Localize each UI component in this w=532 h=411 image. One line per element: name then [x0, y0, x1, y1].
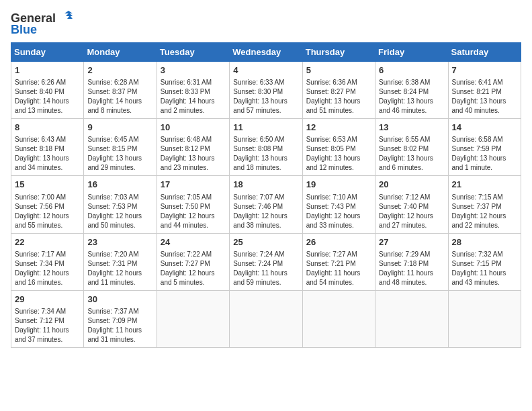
day-detail: Sunrise: 7:24 AMSunset: 7:24 PMDaylight:…	[233, 250, 298, 287]
week-row-1: 1Sunrise: 6:26 AMSunset: 8:40 PMDaylight…	[11, 62, 521, 119]
day-cell: 17Sunrise: 7:05 AMSunset: 7:50 PMDayligh…	[157, 176, 229, 233]
svg-marker-0	[64, 11, 73, 13]
header-day-wednesday: Wednesday	[230, 43, 302, 62]
day-number: 11	[233, 122, 298, 134]
day-cell: 22Sunrise: 7:17 AMSunset: 7:34 PMDayligh…	[11, 233, 84, 290]
day-number: 24	[161, 236, 226, 248]
day-detail: Sunrise: 7:07 AMSunset: 7:46 PMDaylight:…	[233, 193, 298, 230]
calendar-body: 1Sunrise: 6:26 AMSunset: 8:40 PMDaylight…	[11, 62, 521, 348]
day-detail: Sunrise: 7:29 AMSunset: 7:18 PMDaylight:…	[379, 250, 444, 287]
day-number: 13	[379, 122, 444, 134]
header-row: SundayMondayTuesdayWednesdayThursdayFrid…	[11, 43, 521, 62]
day-cell: 29Sunrise: 7:34 AMSunset: 7:12 PMDayligh…	[11, 290, 84, 347]
day-cell: 1Sunrise: 6:26 AMSunset: 8:40 PMDaylight…	[11, 62, 84, 119]
day-number: 30	[87, 293, 152, 306]
logo: General Blue	[11, 11, 73, 37]
day-cell: 15Sunrise: 7:00 AMSunset: 7:56 PMDayligh…	[11, 176, 84, 233]
week-row-2: 8Sunrise: 6:43 AMSunset: 8:18 PMDaylight…	[11, 119, 521, 176]
week-row-4: 22Sunrise: 7:17 AMSunset: 7:34 PMDayligh…	[11, 233, 521, 290]
day-number: 19	[306, 179, 371, 191]
day-detail: Sunrise: 7:05 AMSunset: 7:50 PMDaylight:…	[161, 193, 226, 230]
day-cell: 6Sunrise: 6:38 AMSunset: 8:24 PMDaylight…	[375, 62, 448, 119]
day-detail: Sunrise: 6:43 AMSunset: 8:18 PMDaylight:…	[15, 135, 80, 173]
day-number: 12	[306, 122, 371, 134]
day-cell: 24Sunrise: 7:22 AMSunset: 7:27 PMDayligh…	[157, 233, 229, 290]
day-cell: 16Sunrise: 7:03 AMSunset: 7:53 PMDayligh…	[84, 176, 157, 233]
day-number: 8	[15, 122, 80, 134]
day-number: 2	[87, 64, 152, 77]
day-cell: 2Sunrise: 6:28 AMSunset: 8:37 PMDaylight…	[84, 62, 157, 119]
day-number: 23	[87, 236, 152, 248]
day-number: 10	[161, 122, 226, 134]
day-cell	[157, 290, 229, 347]
day-cell	[230, 290, 302, 347]
day-cell	[448, 290, 521, 347]
day-detail: Sunrise: 6:48 AMSunset: 8:12 PMDaylight:…	[161, 135, 226, 173]
header-day-sunday: Sunday	[11, 43, 84, 62]
day-detail: Sunrise: 7:17 AMSunset: 7:34 PMDaylight:…	[15, 250, 80, 287]
day-cell: 11Sunrise: 6:50 AMSunset: 8:08 PMDayligh…	[230, 119, 302, 176]
calendar-table: SundayMondayTuesdayWednesdayThursdayFrid…	[11, 42, 521, 348]
day-cell: 14Sunrise: 6:58 AMSunset: 7:59 PMDayligh…	[448, 119, 521, 176]
day-detail: Sunrise: 6:28 AMSunset: 8:37 PMDaylight:…	[87, 78, 152, 116]
day-number: 16	[87, 179, 152, 191]
day-number: 17	[161, 179, 226, 191]
day-cell: 9Sunrise: 6:45 AMSunset: 8:15 PMDaylight…	[84, 119, 157, 176]
day-number: 21	[452, 179, 517, 191]
day-detail: Sunrise: 6:45 AMSunset: 8:15 PMDaylight:…	[87, 135, 152, 173]
day-number: 27	[379, 236, 444, 248]
day-cell	[302, 290, 375, 347]
day-cell: 18Sunrise: 7:07 AMSunset: 7:46 PMDayligh…	[230, 176, 302, 233]
day-cell: 8Sunrise: 6:43 AMSunset: 8:18 PMDaylight…	[11, 119, 84, 176]
day-cell: 23Sunrise: 7:20 AMSunset: 7:31 PMDayligh…	[84, 233, 157, 290]
day-detail: Sunrise: 7:34 AMSunset: 7:12 PMDaylight:…	[15, 307, 80, 345]
day-cell: 21Sunrise: 7:15 AMSunset: 7:37 PMDayligh…	[448, 176, 521, 233]
day-cell	[375, 290, 448, 347]
week-row-3: 15Sunrise: 7:00 AMSunset: 7:56 PMDayligh…	[11, 176, 521, 233]
day-detail: Sunrise: 7:32 AMSunset: 7:15 PMDaylight:…	[452, 250, 517, 287]
day-cell: 28Sunrise: 7:32 AMSunset: 7:15 PMDayligh…	[448, 233, 521, 290]
logo-bird-icon	[58, 11, 73, 26]
day-detail: Sunrise: 7:03 AMSunset: 7:53 PMDaylight:…	[87, 193, 152, 230]
day-number: 25	[233, 236, 298, 248]
day-cell: 10Sunrise: 6:48 AMSunset: 8:12 PMDayligh…	[157, 119, 229, 176]
day-cell: 5Sunrise: 6:36 AMSunset: 8:27 PMDaylight…	[302, 62, 375, 119]
day-number: 5	[306, 64, 371, 77]
header-day-saturday: Saturday	[448, 43, 521, 62]
day-detail: Sunrise: 7:37 AMSunset: 7:09 PMDaylight:…	[87, 307, 152, 345]
day-cell: 7Sunrise: 6:41 AMSunset: 8:21 PMDaylight…	[448, 62, 521, 119]
day-detail: Sunrise: 6:50 AMSunset: 8:08 PMDaylight:…	[233, 135, 298, 173]
day-detail: Sunrise: 7:22 AMSunset: 7:27 PMDaylight:…	[161, 250, 226, 287]
day-cell: 26Sunrise: 7:27 AMSunset: 7:21 PMDayligh…	[302, 233, 375, 290]
page-header: General Blue	[11, 11, 521, 37]
day-number: 3	[161, 64, 226, 77]
header-day-friday: Friday	[375, 43, 448, 62]
week-row-5: 29Sunrise: 7:34 AMSunset: 7:12 PMDayligh…	[11, 290, 521, 347]
day-detail: Sunrise: 7:27 AMSunset: 7:21 PMDaylight:…	[306, 250, 371, 287]
day-number: 20	[379, 179, 444, 191]
day-detail: Sunrise: 7:10 AMSunset: 7:43 PMDaylight:…	[306, 193, 371, 230]
day-number: 7	[452, 64, 517, 77]
day-number: 4	[233, 64, 298, 77]
day-detail: Sunrise: 7:00 AMSunset: 7:56 PMDaylight:…	[15, 193, 80, 230]
day-number: 18	[233, 179, 298, 191]
day-detail: Sunrise: 7:20 AMSunset: 7:31 PMDaylight:…	[87, 250, 152, 287]
day-number: 9	[87, 122, 152, 134]
day-number: 15	[15, 179, 80, 191]
day-cell: 12Sunrise: 6:53 AMSunset: 8:05 PMDayligh…	[302, 119, 375, 176]
day-number: 28	[452, 236, 517, 248]
day-number: 1	[15, 64, 80, 77]
day-cell: 30Sunrise: 7:37 AMSunset: 7:09 PMDayligh…	[84, 290, 157, 347]
day-number: 29	[15, 293, 80, 306]
logo-blue: Blue	[11, 23, 37, 37]
day-cell: 4Sunrise: 6:33 AMSunset: 8:30 PMDaylight…	[230, 62, 302, 119]
day-detail: Sunrise: 6:33 AMSunset: 8:30 PMDaylight:…	[233, 78, 298, 116]
day-detail: Sunrise: 6:26 AMSunset: 8:40 PMDaylight:…	[15, 78, 80, 116]
day-detail: Sunrise: 6:58 AMSunset: 7:59 PMDaylight:…	[452, 135, 517, 173]
day-number: 14	[452, 122, 517, 134]
day-detail: Sunrise: 6:55 AMSunset: 8:02 PMDaylight:…	[379, 135, 444, 173]
day-cell: 19Sunrise: 7:10 AMSunset: 7:43 PMDayligh…	[302, 176, 375, 233]
calendar-header: SundayMondayTuesdayWednesdayThursdayFrid…	[11, 43, 521, 62]
day-detail: Sunrise: 6:31 AMSunset: 8:33 PMDaylight:…	[161, 78, 226, 116]
header-day-monday: Monday	[84, 43, 157, 62]
